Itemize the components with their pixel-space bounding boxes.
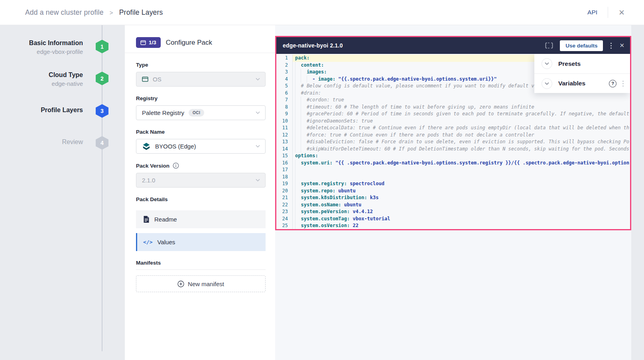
line-number: 25 [276,222,293,229]
line-number: 22 [276,202,293,209]
line-number: 8 [276,104,293,111]
step-number-badge: 3 [96,104,108,118]
add-cluster-profile-wizard: Add a new cluster profile > Profile Laye… [0,0,644,360]
line-number: 23 [276,208,293,216]
variables-label: Variables [558,80,585,87]
line-number: 13 [276,138,293,146]
breadcrumb-separator: > [110,9,113,16]
line-number: 14 [276,146,293,153]
code-line[interactable]: 18 [276,174,630,181]
code-line[interactable]: 9#gracePeriod: 60 # Period of time in se… [276,111,630,118]
new-manifest-button[interactable]: New manifest [136,275,266,292]
step-number-badge: 4 [96,136,108,150]
code-line[interactable]: 24system.customTag: vbox-tutorial [276,216,630,223]
manifests-divider [136,269,266,270]
line-number: 4 [276,76,293,83]
values-label: Values [157,239,175,245]
registry-select[interactable]: Palette Registry OCI [136,105,266,120]
code-line[interactable]: 19system.registry: spectrocloud [276,180,630,188]
code-line[interactable]: 15options: [276,152,630,160]
info-icon[interactable] [173,162,179,169]
use-defaults-button[interactable]: Use defaults [560,40,603,51]
chevron-down-icon [256,145,260,148]
code-line[interactable]: 7#cordon: true [276,97,630,104]
code-line[interactable]: 13#disableEviction: false # Force drain … [276,138,630,146]
editor-header: edge-native-byoi 2.1.0 Use defaults ✕ [276,37,630,54]
code-line[interactable]: 21system.k8sDistribution: k3s [276,194,630,202]
presets-section-toggle[interactable]: Presets [534,54,630,73]
step-subtitle: edge-native [49,79,83,88]
registry-value: Palette Registry [142,109,184,116]
step-rail: Basic Information edge-vbox-profile 1 Cl… [0,25,125,360]
topbar-divider [608,7,608,18]
variables-chevron-down-icon[interactable] [542,78,552,89]
pack-name-select[interactable]: BYOOS (Edge) [136,139,266,154]
api-link[interactable]: API [587,9,597,16]
page-title: Profile Layers [119,8,163,16]
line-number: 10 [276,118,293,125]
pack-version-select: 2.1.0 [136,173,266,188]
code-line[interactable]: 22system.osName: ubuntu [276,202,630,209]
code-line[interactable]: 11#deleteLocalData: true # Continue even… [276,125,630,132]
close-wizard-icon[interactable]: ✕ [618,9,625,16]
code-line[interactable]: 14#skipWaitForDeleteTimeout: 60 # If pod… [276,146,630,153]
values-tab[interactable]: </> Values [136,233,266,251]
window-icon [140,40,146,45]
type-value: OS [153,76,161,83]
chevron-down-icon [256,111,260,114]
type-label: Type [136,62,266,68]
line-number: 6 [276,90,293,97]
code-line[interactable]: 10#ignoreDaemonSets: true [276,118,630,125]
readme-label: Readme [154,216,177,223]
variables-help-icon[interactable]: ? [609,80,616,87]
step-title: Basic Information [29,39,83,47]
yaml-editor-body[interactable]: 1pack:2content:3images:4- image: "{{.spe… [276,54,630,229]
variables-section-toggle[interactable]: Variables ? [534,73,630,93]
new-manifest-label: New manifest [188,281,224,287]
layer-editor-column: edge-native-byoi 2.1.0 Use defaults ✕ 1p… [275,25,631,360]
readme-tab[interactable]: Readme [136,210,266,228]
breadcrumb: Add a new cluster profile > Profile Laye… [25,8,163,17]
line-number: 1 [276,55,293,62]
step-number-badge: 1 [96,40,108,53]
line-number: 3 [276,69,293,76]
code-line[interactable]: 20system.repo: ubuntu [276,188,630,195]
code-line[interactable]: 8#timeout: 60 # The length of time to wa… [276,104,630,111]
configure-pack-panel: 1/3 Configure Pack Type OS Registry Pale… [125,25,275,360]
pack-progress-count: 1/3 [149,40,156,45]
line-number: 12 [276,132,293,139]
os-layer-icon [142,77,148,82]
code-line[interactable]: 16system.uri: "{{ .spectro.pack.edge-nat… [276,160,630,167]
pack-version-label: Pack Version [136,162,266,169]
panel-title: Configure Pack [166,37,212,48]
registry-label: Registry [136,95,266,101]
editor-menu-kebab-icon[interactable] [610,42,612,49]
line-number: 24 [276,216,293,223]
code-line[interactable]: 25system.osVersion: 22 [276,222,630,229]
chevron-down-icon [256,78,260,81]
type-select: OS [136,72,266,87]
code-icon: </> [143,239,152,245]
breadcrumb-parent-link[interactable]: Add a new cluster profile [25,8,104,16]
line-number: 7 [276,97,293,104]
variables-kebab-icon[interactable] [622,80,624,87]
pack-version-value: 2.1.0 [142,177,155,184]
readme-doc-icon [143,216,150,223]
editor-close-icon[interactable]: ✕ [619,42,624,49]
step-subtitle: edge-vbox-profile [29,47,83,56]
code-line[interactable]: 23system.peVersion: v4.4.12 [276,208,630,216]
pack-name-value: BYOOS (Edge) [155,143,196,150]
presets-label: Presets [558,60,581,67]
expand-editor-icon[interactable] [545,42,553,49]
line-number: 19 [276,180,293,188]
editor-side-panel: Presets Variables ? [534,54,630,93]
line-number: 18 [276,174,293,181]
code-line[interactable]: 12#force: true # Continue even if there … [276,132,630,139]
code-line[interactable]: 17 [276,166,630,174]
presets-chevron-down-icon[interactable] [542,58,552,69]
step-title: Cloud Type [49,71,83,79]
registry-oci-badge: OCI [189,109,204,117]
editor-pack-title: edge-native-byoi 2.1.0 [283,42,343,49]
line-number: 11 [276,125,293,132]
pack-progress-badge: 1/3 [136,37,161,48]
